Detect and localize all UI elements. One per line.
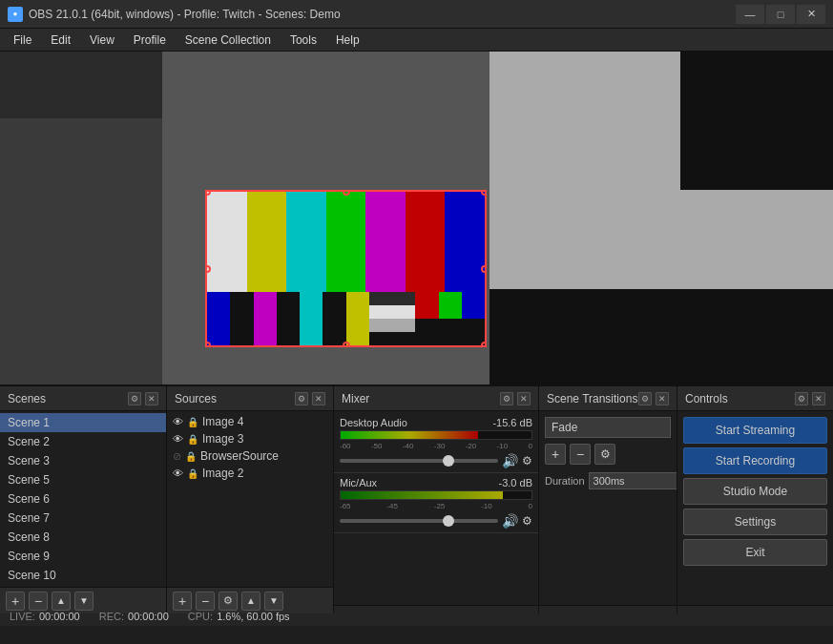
desktop-audio-label-row: Desktop Audio -15.6 dB bbox=[340, 417, 532, 428]
scenes-close-icon[interactable]: ✕ bbox=[145, 392, 158, 405]
transitions-config-icon[interactable]: ⚙ bbox=[638, 392, 652, 405]
preview-black-br bbox=[489, 289, 833, 384]
mixer-panel-title: Mixer bbox=[342, 392, 369, 405]
source-item[interactable]: 👁🔒Image 4 bbox=[167, 413, 333, 430]
settings-button[interactable]: Settings bbox=[683, 509, 827, 535]
bar-blue bbox=[445, 192, 485, 292]
scene-item[interactable]: Scene 5 bbox=[0, 470, 166, 489]
close-button[interactable]: ✕ bbox=[797, 5, 825, 24]
menu-item-file[interactable]: File bbox=[4, 31, 41, 49]
bar-b4 bbox=[277, 292, 300, 345]
sources-moveup-button[interactable]: ▲ bbox=[241, 592, 260, 611]
menu-item-tools[interactable]: Tools bbox=[281, 31, 326, 49]
desktop-audio-mute-button[interactable]: 🔊 bbox=[502, 453, 518, 468]
sources-config-icon[interactable]: ⚙ bbox=[295, 392, 308, 405]
cpu-value: 1.6%, 60.00 fps bbox=[217, 611, 289, 622]
sources-settings-button[interactable]: ⚙ bbox=[219, 592, 238, 611]
studio-mode-button[interactable]: Studio Mode bbox=[683, 478, 827, 505]
menu-item-sceneCollection[interactable]: Scene Collection bbox=[176, 31, 281, 49]
transitions-panel: Scene Transitions ⚙ ✕ Fade Cut Swipe Sli… bbox=[539, 385, 677, 613]
scene-item[interactable]: Scene 2 bbox=[0, 432, 166, 451]
scene-item[interactable]: Scene 10 bbox=[0, 566, 166, 585]
mixer-content: Desktop Audio -15.6 dB -60-50-40-30-20-1… bbox=[334, 411, 538, 613]
mic-aux-db: -3.0 dB bbox=[499, 477, 532, 488]
exit-button[interactable]: Exit bbox=[683, 539, 827, 566]
menu-item-help[interactable]: Help bbox=[326, 31, 369, 49]
bar-dark bbox=[415, 292, 485, 345]
scene-item[interactable]: Scene 7 bbox=[0, 509, 166, 528]
scenes-moveup-button[interactable]: ▲ bbox=[52, 592, 71, 611]
controls-config-icon[interactable]: ⚙ bbox=[795, 392, 808, 405]
desktop-audio-scale: -60-50-40-30-20-100 bbox=[340, 442, 532, 450]
lock-icon[interactable]: 🔒 bbox=[187, 417, 198, 427]
mic-aux-meter-bar bbox=[341, 491, 503, 499]
sources-add-button[interactable]: + bbox=[173, 592, 192, 611]
title-bar: ● OBS 21.0.1 (64bit, windows) - Profile:… bbox=[0, 0, 833, 29]
lock-icon[interactable]: 🔒 bbox=[185, 451, 197, 462]
mic-aux-settings-button[interactable]: ⚙ bbox=[522, 514, 532, 528]
sources-movedown-button[interactable]: ▼ bbox=[264, 592, 283, 611]
handle-bl[interactable] bbox=[205, 342, 211, 347]
bar-bw bbox=[369, 292, 416, 345]
controls-panel: Controls ⚙ ✕ Start Streaming Start Recor… bbox=[677, 385, 833, 613]
eye-icon[interactable]: ⊘ bbox=[173, 450, 181, 463]
bar-magenta bbox=[365, 192, 406, 292]
source-item[interactable]: ⊘🔒BrowserSource bbox=[167, 447, 333, 465]
desktop-audio-name: Desktop Audio bbox=[340, 417, 407, 428]
transition-settings-button[interactable]: ⚙ bbox=[594, 444, 615, 465]
desktop-audio-slider[interactable] bbox=[340, 459, 498, 463]
scenes-add-button[interactable]: + bbox=[6, 592, 25, 611]
eye-icon[interactable]: 👁 bbox=[173, 467, 183, 479]
duration-input[interactable] bbox=[589, 472, 677, 489]
scene-item[interactable]: Scene 6 bbox=[0, 489, 166, 509]
start-streaming-button[interactable]: Start Streaming bbox=[683, 417, 827, 444]
scenes-config-icon[interactable]: ⚙ bbox=[128, 392, 141, 405]
live-label: LIVE: bbox=[10, 611, 35, 622]
source-name: BrowserSource bbox=[200, 449, 279, 463]
transition-btn-row: + − ⚙ bbox=[545, 444, 671, 465]
maximize-button[interactable]: □ bbox=[766, 5, 795, 24]
source-item[interactable]: 👁🔒Image 3 bbox=[167, 430, 333, 447]
duration-row: Duration ▲ ▼ bbox=[545, 470, 671, 491]
bar-green bbox=[326, 192, 366, 292]
minimize-button[interactable]: — bbox=[736, 5, 764, 24]
scene-item[interactable]: Scene 1 bbox=[0, 413, 166, 432]
eye-icon[interactable]: 👁 bbox=[173, 416, 183, 427]
scenes-movedown-button[interactable]: ▼ bbox=[74, 592, 94, 611]
transition-remove-button[interactable]: − bbox=[570, 444, 591, 465]
sources-close-icon[interactable]: ✕ bbox=[312, 392, 325, 405]
handle-mr[interactable] bbox=[481, 265, 487, 273]
mic-aux-mute-button[interactable]: 🔊 bbox=[502, 513, 518, 529]
scene-item[interactable]: Scene 8 bbox=[0, 528, 166, 547]
scene-item[interactable]: Scene 9 bbox=[0, 547, 166, 566]
source-item[interactable]: 👁🔒Image 2 bbox=[167, 465, 333, 482]
menu-bar: FileEditViewProfileScene CollectionTools… bbox=[0, 29, 833, 52]
scene-item[interactable]: Scene 3 bbox=[0, 451, 166, 470]
source-name: Image 4 bbox=[202, 415, 243, 428]
controls-close-icon[interactable]: ✕ bbox=[812, 392, 825, 405]
sources-remove-button[interactable]: − bbox=[196, 592, 215, 611]
transition-select[interactable]: Fade Cut Swipe Slide bbox=[545, 417, 671, 438]
mixer-close-icon[interactable]: ✕ bbox=[517, 392, 531, 405]
start-recording-button[interactable]: Start Recording bbox=[683, 447, 827, 474]
transitions-close-icon[interactable]: ✕ bbox=[656, 392, 669, 405]
mic-aux-slider[interactable] bbox=[340, 519, 498, 523]
transitions-panel-title: Scene Transitions bbox=[547, 392, 637, 405]
lock-icon[interactable]: 🔒 bbox=[187, 468, 198, 479]
mic-aux-scale: -65-45-25-100 bbox=[340, 502, 532, 510]
handle-br[interactable] bbox=[481, 342, 487, 347]
desktop-audio-db: -15.6 dB bbox=[492, 417, 532, 428]
desktop-audio-thumb[interactable] bbox=[443, 455, 454, 467]
eye-icon[interactable]: 👁 bbox=[173, 433, 183, 445]
handle-bm[interactable] bbox=[343, 342, 350, 347]
transition-add-button[interactable]: + bbox=[545, 444, 566, 465]
lock-icon[interactable]: 🔒 bbox=[187, 434, 198, 445]
scenes-remove-button[interactable]: − bbox=[29, 592, 48, 611]
mic-aux-thumb[interactable] bbox=[443, 515, 454, 527]
mixer-config-icon[interactable]: ⚙ bbox=[500, 392, 513, 405]
desktop-audio-settings-button[interactable]: ⚙ bbox=[522, 454, 532, 467]
menu-item-edit[interactable]: Edit bbox=[41, 31, 80, 49]
menu-item-view[interactable]: View bbox=[80, 31, 124, 49]
handle-tr[interactable] bbox=[481, 190, 487, 196]
menu-item-profile[interactable]: Profile bbox=[124, 31, 176, 49]
